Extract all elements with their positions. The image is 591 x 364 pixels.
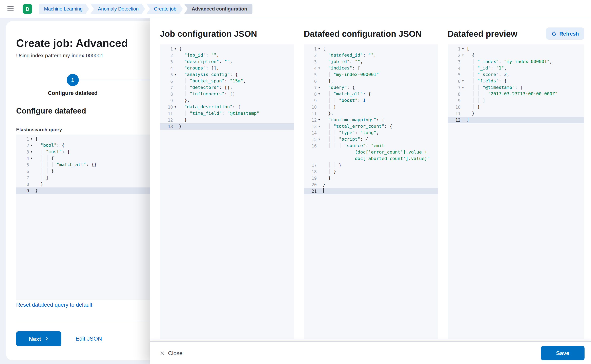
fold-arrow-icon[interactable]: ▾ xyxy=(317,117,322,123)
fold-arrow-icon[interactable]: ▾ xyxy=(317,136,322,143)
code-line[interactable]: 2▾ "bool": { xyxy=(16,142,150,149)
code-line[interactable]: 4▾ │ │ { xyxy=(16,155,150,162)
code-line[interactable]: 7 │ "detectors": [], xyxy=(160,84,294,91)
fold-arrow-icon[interactable]: ▾ xyxy=(461,46,465,52)
menu-hamburger-icon[interactable] xyxy=(4,2,17,15)
code-text: │ "match_all": { xyxy=(322,91,371,97)
reset-datafeed-query-link[interactable]: Reset datafeed query to default xyxy=(16,302,92,308)
step-1-indicator[interactable]: 1 xyxy=(67,74,79,86)
code-line[interactable]: 6 │ │ } xyxy=(16,168,150,175)
fold-arrow-icon[interactable]: ▾ xyxy=(317,123,322,130)
code-line[interactable]: 9 │ │ "boost": 1 xyxy=(304,97,438,104)
fold-arrow-icon[interactable]: ▾ xyxy=(461,84,465,91)
code-line[interactable]: 11 }, xyxy=(304,110,438,117)
code-line[interactable]: 12 } xyxy=(160,117,294,123)
code-line[interactable]: 7 │ ] xyxy=(16,175,150,181)
line-number: 16 xyxy=(304,143,317,149)
code-line[interactable]: 6 │ "bucket_span": "15m", xyxy=(160,78,294,84)
close-button[interactable]: Close xyxy=(160,350,182,356)
code-line[interactable]: 13} xyxy=(160,123,294,130)
code-line[interactable]: 17 │ │ } xyxy=(304,162,438,169)
code-line[interactable]: 15▾ │ │ "script": { xyxy=(304,136,438,143)
code-line[interactable]: 3 │ "_index": "my-index-000001", xyxy=(448,58,584,65)
fold-arrow-icon[interactable]: ▾ xyxy=(29,136,34,142)
code-line[interactable]: 14 │ │ "type": "long", xyxy=(304,130,438,136)
breadcrumb-machine-learning[interactable]: Machine Learning xyxy=(39,4,89,14)
code-line[interactable]: 5 │ │ │ "match_all": {} xyxy=(16,162,150,168)
fold-arrow-icon[interactable]: ▾ xyxy=(317,91,322,97)
code-line[interactable]: 13▾ │ "total_error_count": { xyxy=(304,123,438,130)
user-avatar[interactable]: D xyxy=(23,4,32,14)
fold-arrow-icon[interactable]: ▾ xyxy=(461,78,465,84)
indent-guide: │ xyxy=(328,104,331,110)
code-line[interactable]: 1▾{ xyxy=(160,46,294,52)
code-line[interactable]: 8 │ │ │ "2017-03-23T13:00:00.000Z" xyxy=(448,91,584,97)
breadcrumb-create-job[interactable]: Create job xyxy=(146,4,183,14)
code-line[interactable]: 3▾ │ "must": [ xyxy=(16,149,150,155)
indent-guide: │ xyxy=(333,136,336,142)
code-line[interactable]: 11 } xyxy=(448,110,584,117)
code-line[interactable]: 3 "description": "", xyxy=(160,58,294,65)
code-line[interactable]: 10 │ } xyxy=(304,104,438,110)
code-line[interactable]: 8▾ │ "match_all": { xyxy=(304,91,438,97)
indent-guide: │ xyxy=(483,91,485,97)
fold-arrow-icon[interactable]: ▾ xyxy=(317,84,322,91)
code-line[interactable]: 16 │ │ │ "source": "emit xyxy=(304,143,438,149)
code-line[interactable]: 10 │ } xyxy=(448,104,584,110)
datafeed-configuration-json-editor[interactable]: 1▾{2 "datafeed_id": "",3 "job_id": "",4▾… xyxy=(304,45,438,339)
fold-arrow-icon[interactable]: ▾ xyxy=(29,149,34,155)
code-line[interactable]: 9 │ │ ] xyxy=(448,97,584,104)
save-button[interactable]: Save xyxy=(541,346,585,360)
next-button[interactable]: Next xyxy=(16,331,61,346)
code-text: "indices": [ xyxy=(322,65,360,72)
code-line[interactable]: 4 │ "_id": "1", xyxy=(448,65,584,72)
code-line[interactable]: 21 xyxy=(304,188,438,194)
code-line[interactable]: 6 ], xyxy=(304,78,438,84)
code-line[interactable]: 6▾ │ "fields": { xyxy=(448,78,584,84)
fold-arrow-icon[interactable]: ▾ xyxy=(317,65,322,72)
fold-arrow-icon[interactable]: ▾ xyxy=(173,104,178,110)
code-line[interactable]: 4▾ "indices": [ xyxy=(304,65,438,72)
code-line[interactable]: 12] xyxy=(448,117,584,123)
code-line[interactable]: 3 "job_id": "", xyxy=(304,58,438,65)
code-line[interactable]: 9} xyxy=(16,188,150,194)
code-line[interactable]: 12▾ "runtime_mappings": { xyxy=(304,117,438,123)
code-line[interactable]: 5 │ "my-index-000001" xyxy=(304,72,438,78)
code-line[interactable]: 7▾ │ │ "@timestamp": [ xyxy=(448,84,584,91)
code-line[interactable]: 2 "job_id": "", xyxy=(160,52,294,58)
fold-arrow-icon[interactable]: ▾ xyxy=(317,46,322,52)
code-line[interactable]: 7▾ "query": { xyxy=(304,84,438,91)
code-line[interactable]: 4 "groups": [], xyxy=(160,65,294,72)
fold-arrow-icon[interactable]: ▾ xyxy=(29,155,34,162)
gutter: 12 xyxy=(448,117,465,123)
code-line[interactable]: 9 }, xyxy=(160,97,294,104)
code-line[interactable]: 1▾{ xyxy=(304,46,438,52)
code-line[interactable]: 2▾ { xyxy=(448,52,584,58)
code-line[interactable]: 8 } xyxy=(16,181,150,188)
refresh-button[interactable]: Refresh xyxy=(546,27,584,39)
code-line[interactable]: 10▾ "data_description": { xyxy=(160,104,294,110)
code-line[interactable]: 18 │ } xyxy=(304,169,438,175)
fold-arrow-icon[interactable]: ▾ xyxy=(461,52,465,58)
elasticsearch-query-editor[interactable]: 1▾{2▾ "bool": {3▾ │ "must": [4▾ │ │ {5 │… xyxy=(16,135,150,300)
job-configuration-json-editor[interactable]: 1▾{2 "job_id": "",3 "description": "",4 … xyxy=(160,45,294,339)
edit-json-link[interactable]: Edit JSON xyxy=(76,331,102,346)
code-line[interactable]: 8 │ "influencers": [] xyxy=(160,91,294,97)
line-number: 4 xyxy=(160,65,173,72)
code-line[interactable]: (doc['error_count'].value + xyxy=(304,149,438,156)
code-line[interactable]: 2 "datafeed_id": "", xyxy=(304,52,438,58)
fold-arrow-icon[interactable]: ▾ xyxy=(173,72,178,78)
fold-arrow-icon[interactable]: ▾ xyxy=(29,142,34,149)
code-line[interactable]: 1▾{ xyxy=(16,136,150,142)
code-text: { xyxy=(178,46,182,52)
code-line[interactable]: 19 } xyxy=(304,175,438,181)
breadcrumb-anomaly-detection[interactable]: Anomaly Detection xyxy=(90,4,145,14)
fold-arrow-icon[interactable]: ▾ xyxy=(173,46,178,52)
code-line[interactable]: 1▾[ xyxy=(448,46,584,52)
code-line[interactable]: 11 │ "time_field": "@timestamp" xyxy=(160,110,294,117)
datafeed-preview-editor[interactable]: 1▾[2▾ {3 │ "_index": "my-index-000001",4… xyxy=(448,45,584,339)
code-line[interactable]: 5▾ "analysis_config": { xyxy=(160,72,294,78)
code-line[interactable]: 20} xyxy=(304,181,438,188)
code-line[interactable]: doc['aborted_count'].value)" xyxy=(304,156,438,162)
code-line[interactable]: 5 │ "_score": 2, xyxy=(448,72,584,78)
